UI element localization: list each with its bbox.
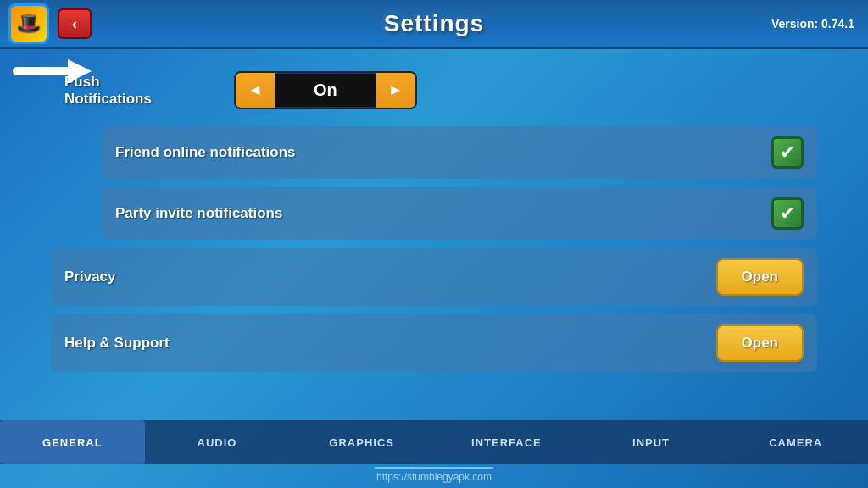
push-notifications-right-btn[interactable]: ► bbox=[376, 73, 415, 108]
tab-camera[interactable]: CAMERA bbox=[723, 420, 868, 464]
arrow-indicator bbox=[68, 59, 144, 83]
privacy-open-button[interactable]: Open bbox=[716, 258, 804, 296]
back-icon: ‹ bbox=[72, 15, 77, 33]
friend-notifications-label: Friend online notifications bbox=[115, 144, 771, 161]
bottom-tabs: GENERAL AUDIO GRAPHICS INTERFACE INPUT C… bbox=[0, 420, 868, 464]
version-label: Version: 0.74.1 bbox=[771, 17, 854, 30]
footer-divider bbox=[375, 467, 493, 469]
footer: https://stumblegyapk.com bbox=[0, 467, 868, 483]
friend-notifications-checkbox[interactable]: ✔ bbox=[771, 136, 804, 169]
footer-url: https://stumblegyapk.com bbox=[376, 471, 492, 483]
party-notifications-checkbox[interactable]: ✔ bbox=[771, 197, 804, 230]
friend-notifications-row: Friend online notifications ✔ bbox=[102, 126, 817, 179]
app-logo: 🎩 bbox=[8, 3, 49, 44]
tab-audio[interactable]: AUDIO bbox=[145, 420, 290, 464]
push-notifications-left-btn[interactable]: ◄ bbox=[236, 73, 275, 108]
push-notifications-row: Push Notifications ◄ On ► bbox=[51, 64, 817, 116]
logo-icon: 🎩 bbox=[11, 6, 47, 42]
party-notifications-label: Party invite notifications bbox=[115, 205, 771, 222]
tab-interface[interactable]: INTERFACE bbox=[434, 420, 579, 464]
tab-general[interactable]: GENERAL bbox=[0, 420, 145, 464]
main-content: Push Notifications ◄ On ► Friend online … bbox=[0, 49, 868, 396]
arrow-shaft bbox=[13, 67, 68, 75]
help-support-row: Help & Support Open bbox=[51, 314, 817, 372]
help-support-label: Help & Support bbox=[64, 335, 716, 352]
tab-graphics[interactable]: GRAPHICS bbox=[289, 420, 434, 464]
tab-input[interactable]: INPUT bbox=[579, 420, 724, 464]
arrow-head bbox=[68, 59, 144, 83]
party-notifications-row: Party invite notifications ✔ bbox=[102, 187, 817, 240]
privacy-label: Privacy bbox=[64, 269, 716, 286]
help-support-open-button[interactable]: Open bbox=[716, 324, 804, 362]
push-notifications-value: On bbox=[275, 74, 376, 107]
page-title: Settings bbox=[384, 10, 484, 37]
push-notifications-control: ◄ On ► bbox=[234, 71, 417, 109]
top-bar: 🎩 ‹ Settings Version: 0.74.1 bbox=[0, 0, 868, 49]
back-button[interactable]: ‹ bbox=[58, 8, 92, 39]
privacy-row: Privacy Open bbox=[51, 248, 817, 306]
